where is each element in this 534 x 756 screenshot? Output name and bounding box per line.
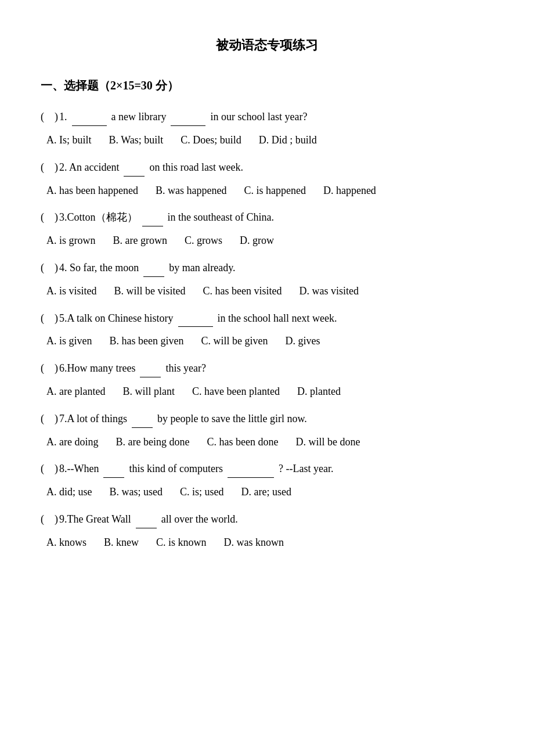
q8-blank2 — [228, 460, 274, 478]
paren-6: ( ) — [41, 360, 57, 377]
q4-optD: D. was visited — [300, 283, 359, 300]
q9-optB: B. knew — [104, 534, 139, 551]
q4-optB: B. will be visited — [114, 283, 186, 300]
paren-2: ( ) — [41, 159, 57, 176]
q7-optA: A. are doing — [46, 434, 98, 451]
q9-optD: D. was known — [224, 534, 284, 551]
q6-optD: D. planted — [297, 383, 341, 400]
question-block-9: ( ) 9.The Great Wall all over the world.… — [41, 511, 493, 551]
question-block-6: ( ) 6.How many trees this year? A. are p… — [41, 360, 493, 400]
paren-4: ( ) — [41, 260, 57, 276]
q9-optC: C. is known — [156, 534, 207, 551]
q5-options: A. is given B. has been given C. will be… — [46, 333, 493, 350]
q5-text2: in the school hall next week. — [218, 310, 337, 327]
q4-num: 4. So far, the moon — [59, 260, 139, 276]
question-line-2: ( ) 2. An accident on this road last wee… — [41, 159, 493, 177]
q4-options: A. is visited B. will be visited C. has … — [46, 283, 493, 300]
question-line-4: ( ) 4. So far, the moon by man already. — [41, 260, 493, 277]
q4-optA: A. is visited — [46, 283, 97, 300]
q8-optC: C. is; used — [180, 484, 224, 501]
q3-optC: C. grows — [185, 232, 222, 249]
q7-num: 7.A lot of things — [59, 411, 127, 427]
q8-options: A. did; use B. was; used C. is; used D. … — [46, 484, 493, 501]
q5-optB: B. has been given — [110, 333, 184, 350]
question-line-3: ( ) 3.Cotton（棉花） in the southeast of Chi… — [41, 209, 493, 226]
q2-optA: A. has been happened — [46, 182, 138, 199]
q1-blank2 — [171, 109, 205, 126]
q7-optB: B. are being done — [116, 434, 189, 451]
q8-optA: A. did; use — [46, 484, 92, 501]
q5-optC: C. will be given — [201, 333, 268, 350]
q9-num: 9.The Great Wall — [59, 511, 131, 528]
question-block-1: ( ) 1. a new library in our school last … — [41, 109, 493, 149]
q2-num: 2. An accident — [59, 159, 119, 176]
q5-optD: D. gives — [285, 333, 320, 350]
q7-blank1 — [132, 411, 153, 428]
q3-optB: B. are grown — [113, 232, 167, 249]
question-line-8: ( ) 8.--When this kind of computers ? --… — [41, 460, 493, 478]
q1-text1: a new library — [111, 109, 167, 125]
q5-num: 5.A talk on Chinese history — [59, 310, 174, 327]
q1-optB: B. Was; built — [109, 132, 164, 149]
question-block-5: ( ) 5.A talk on Chinese history in the s… — [41, 310, 493, 350]
q6-num: 6.How many trees — [59, 360, 135, 377]
q7-text2: by people to save the little girl now. — [157, 411, 307, 427]
q3-options: A. is grown B. are grown C. grows D. gro… — [46, 232, 493, 249]
page-title: 被动语态专项练习 — [41, 35, 493, 55]
question-block-8: ( ) 8.--When this kind of computers ? --… — [41, 460, 493, 501]
q3-text2: in the southeast of China. — [168, 209, 274, 226]
q5-optA: A. is given — [46, 333, 92, 350]
q2-text2: on this road last week. — [149, 159, 243, 176]
q4-text2: by man already. — [169, 260, 235, 276]
q7-options: A. are doing B. are being done C. has be… — [46, 434, 493, 451]
q5-blank1 — [178, 310, 213, 327]
q8-optB: B. was; used — [110, 484, 163, 501]
question-block-4: ( ) 4. So far, the moon by man already. … — [41, 260, 493, 300]
q1-text2: in our school last year? — [210, 109, 307, 125]
q8-optD: D. are; used — [241, 484, 291, 501]
paren-3: ( ) — [41, 209, 57, 226]
question-block-3: ( ) 3.Cotton（棉花） in the southeast of Chi… — [41, 209, 493, 249]
q9-optA: A. knows — [46, 534, 86, 551]
q7-optC: C. has been done — [207, 434, 278, 451]
q3-optD: D. grow — [240, 232, 274, 249]
question-line-1: ( ) 1. a new library in our school last … — [41, 109, 493, 126]
q4-optC: C. has been visited — [203, 283, 282, 300]
q2-optD: D. happened — [323, 182, 376, 199]
question-line-5: ( ) 5.A talk on Chinese history in the s… — [41, 310, 493, 327]
q3-blank1 — [142, 209, 163, 226]
q1-optD: D. Did ; build — [259, 132, 317, 149]
q8-num: 8.--When — [59, 460, 99, 477]
q6-optC: C. have been planted — [192, 383, 280, 400]
q7-optD: D. will be done — [295, 434, 360, 451]
question-line-9: ( ) 9.The Great Wall all over the world. — [41, 511, 493, 528]
q1-blank1 — [72, 109, 107, 126]
question-block-7: ( ) 7.A lot of things by people to save … — [41, 411, 493, 451]
q4-blank1 — [143, 260, 164, 277]
q8-blank1 — [103, 460, 124, 478]
q1-optA: A. Is; built — [46, 132, 92, 149]
paren-1: ( ) — [41, 109, 57, 125]
q6-optA: A. are planted — [46, 383, 105, 400]
q1-num: 1. — [59, 109, 67, 125]
q2-optB: B. was happened — [156, 182, 226, 199]
q9-blank1 — [136, 511, 157, 528]
q8-text2: ? --Last year. — [279, 460, 333, 477]
q6-blank1 — [140, 360, 161, 377]
paren-8: ( ) — [41, 460, 57, 477]
q6-optB: B. will plant — [122, 383, 175, 400]
q2-blank1 — [124, 159, 145, 177]
paren-7: ( ) — [41, 411, 57, 427]
q1-options: A. Is; built B. Was; built C. Does; buil… — [46, 132, 493, 149]
paren-5: ( ) — [41, 310, 57, 327]
q2-options: A. has been happened B. was happened C. … — [46, 182, 493, 199]
q9-options: A. knows B. knew C. is known D. was know… — [46, 534, 493, 551]
q3-num: 3.Cotton（棉花） — [59, 209, 138, 226]
q2-optC: C. is happened — [244, 182, 305, 199]
q9-text2: all over the world. — [161, 511, 238, 528]
q6-options: A. are planted B. will plant C. have bee… — [46, 383, 493, 400]
question-block-2: ( ) 2. An accident on this road last wee… — [41, 159, 493, 199]
q8-text-middle: this kind of computers — [129, 460, 222, 477]
q1-optC: C. Does; build — [181, 132, 241, 149]
q6-text2: this year? — [165, 360, 205, 377]
